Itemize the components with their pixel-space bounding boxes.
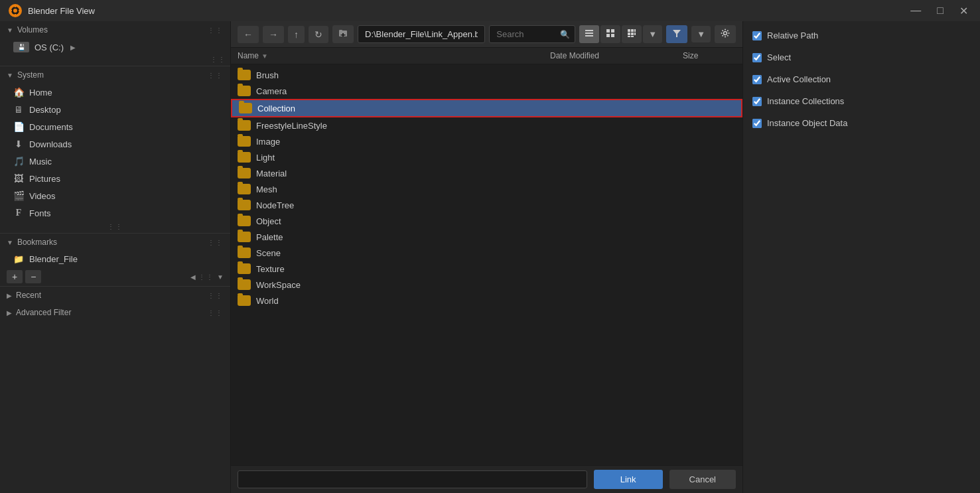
file-name: Light: [256, 153, 539, 163]
main-content: ▼ Volumes ⋮⋮ 💾 OS (C:) ▶ ⋮⋮ ▼ System ⋮⋮: [0, 21, 980, 493]
sidebar-item-music[interactable]: 🎵 Music: [0, 153, 230, 170]
large-view-button[interactable]: [622, 25, 642, 43]
svg-point-33: [727, 35, 729, 36]
table-row[interactable]: WorkSpace: [231, 277, 742, 293]
system-section-header[interactable]: ▼ System ⋮⋮: [0, 66, 230, 84]
filter-options-dropdown[interactable]: ▼: [691, 26, 711, 42]
bookmarks-section-header[interactable]: ▼ Bookmarks ⋮⋮: [0, 234, 230, 251]
settings-button[interactable]: [715, 25, 736, 43]
close-button[interactable]: ✕: [955, 3, 972, 19]
refresh-button[interactable]: ↻: [309, 26, 328, 43]
header-size-label: Size: [683, 51, 698, 60]
link-button[interactable]: Link: [594, 470, 663, 489]
bookmark-remove-button[interactable]: −: [25, 270, 41, 283]
bookmark-expand-down[interactable]: ▼: [217, 273, 224, 281]
checkbox-instanceCollections[interactable]: Instance Collections: [752, 94, 971, 109]
sidebar-item-fonts[interactable]: F Fonts: [0, 204, 230, 222]
svg-rect-14: [606, 29, 610, 33]
header-date-label: Date Modified: [550, 51, 599, 60]
sidebar-item-desktop[interactable]: 🖥 Desktop: [0, 101, 230, 118]
up-button[interactable]: ↑: [288, 26, 305, 43]
table-row[interactable]: Mesh: [231, 181, 742, 197]
instanceCollections-checkbox[interactable]: [752, 97, 762, 106]
bottom-bar: Link Cancel: [231, 465, 742, 493]
sidebar-item-pictures[interactable]: 🖼 Pictures: [0, 170, 230, 187]
os-c-label: OS (C:): [35, 42, 64, 52]
header-size[interactable]: Size: [683, 51, 736, 60]
advanced-filter-chevron: ▶: [7, 309, 12, 317]
forward-button[interactable]: →: [263, 26, 284, 43]
sidebar-item-blender-file[interactable]: 📁 Blender_File: [0, 251, 230, 267]
sidebar-item-downloads[interactable]: ⬇ Downloads: [0, 135, 230, 153]
folder-icon: [239, 103, 252, 113]
relativePath-checkbox[interactable]: [752, 31, 762, 40]
maximize-button[interactable]: □: [933, 3, 947, 18]
header-name[interactable]: Name ▼: [238, 51, 550, 60]
filename-input[interactable]: [238, 470, 587, 488]
file-name: FreestyleLineStyle: [256, 121, 539, 131]
table-row[interactable]: Brush: [231, 67, 742, 83]
checkbox-activeCollection[interactable]: Active Collection: [752, 72, 971, 87]
file-name: Material: [256, 169, 539, 178]
bookmark-add-button[interactable]: +: [7, 270, 23, 283]
search-wrap: 🔍: [489, 25, 575, 43]
table-row[interactable]: Collection: [231, 99, 742, 117]
table-row[interactable]: NodeTree: [231, 197, 742, 213]
system-chevron: ▼: [7, 72, 13, 79]
file-name: Object: [256, 216, 539, 226]
bookmark-controls: + − ◀ ⋮⋮ ▼: [0, 267, 230, 286]
list-view-button[interactable]: [579, 25, 599, 43]
sidebar-item-documents[interactable]: 📄 Documents: [0, 118, 230, 135]
filter-button[interactable]: [666, 25, 687, 43]
videos-label: Videos: [29, 191, 56, 201]
back-button[interactable]: ←: [238, 26, 259, 43]
checkbox-relativePath[interactable]: Relative Path: [752, 28, 971, 43]
table-row[interactable]: Scene: [231, 245, 742, 261]
table-row[interactable]: World: [231, 293, 742, 309]
svg-point-30: [721, 33, 723, 34]
instanceObjectData-checkbox[interactable]: [752, 119, 762, 128]
recent-dots: ⋮⋮: [208, 292, 224, 299]
table-row[interactable]: Image: [231, 133, 742, 149]
home-icon: 🏠: [13, 87, 24, 98]
header-date[interactable]: Date Modified: [550, 51, 683, 60]
table-row[interactable]: FreestyleLineStyle: [231, 117, 742, 133]
svg-rect-12: [585, 33, 593, 34]
sidebar-item-videos[interactable]: 🎬 Videos: [0, 187, 230, 204]
pictures-label: Pictures: [29, 174, 60, 184]
sidebar-item-os-c[interactable]: 💾 OS (C:) ▶: [0, 38, 230, 56]
checkbox-select[interactable]: Select: [752, 50, 971, 65]
minimize-button[interactable]: —: [906, 3, 925, 18]
cancel-button[interactable]: Cancel: [669, 470, 736, 489]
view-dropdown-button[interactable]: ▼: [643, 25, 662, 43]
search-input[interactable]: [489, 25, 575, 43]
bookmarks-label: Bookmarks: [17, 238, 57, 247]
table-row[interactable]: Light: [231, 149, 742, 165]
table-row[interactable]: Texture: [231, 261, 742, 277]
table-row[interactable]: Camera: [231, 83, 742, 99]
table-row[interactable]: Object: [231, 213, 742, 229]
medium-view-button[interactable]: [600, 25, 620, 43]
table-row[interactable]: Material: [231, 165, 742, 181]
new-folder-button[interactable]: [332, 25, 354, 43]
checkbox-instanceObjectData[interactable]: Instance Object Data: [752, 115, 971, 131]
table-row[interactable]: Palette: [231, 229, 742, 245]
volumes-section-header[interactable]: ▼ Volumes ⋮⋮: [0, 21, 230, 38]
activeCollection-checkbox[interactable]: [752, 75, 762, 84]
recent-section-header[interactable]: ▶ Recent ⋮⋮: [0, 287, 230, 304]
folder-icon: [238, 216, 251, 226]
volumes-label: Volumes: [17, 25, 48, 35]
downloads-label: Downloads: [29, 139, 72, 149]
advanced-filter-section-header[interactable]: ▶ Advanced Filter ⋮⋮: [0, 304, 230, 321]
os-c-expand[interactable]: ▶: [69, 42, 77, 52]
file-name: NodeTree: [256, 200, 539, 210]
sidebar-item-home[interactable]: 🏠 Home: [0, 84, 230, 101]
svg-rect-15: [611, 29, 614, 33]
select-checkbox[interactable]: [752, 53, 762, 62]
folder-icon: [238, 168, 251, 178]
bookmark-expand-left[interactable]: ◀: [190, 273, 196, 281]
path-input[interactable]: [358, 25, 485, 43]
videos-icon: 🎬: [13, 190, 24, 201]
svg-rect-21: [628, 33, 630, 35]
svg-rect-3: [15, 5, 16, 7]
